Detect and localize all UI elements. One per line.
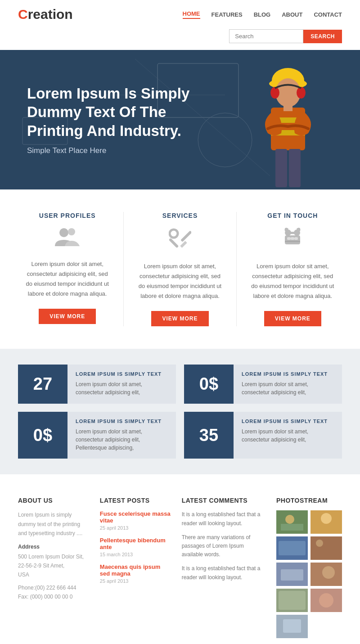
hero-heading: Lorem Ipsum Is Simply Dummy Text Of The … — [27, 84, 216, 140]
photo-thumb-4[interactable] — [310, 536, 342, 560]
nav-contact[interactable]: CONTACT — [314, 11, 342, 18]
stat-content-3: LOREM IPSUM IS SIMPLY TEXT Lorem ipsum d… — [234, 412, 342, 459]
footer-section: ABOUT US Lorem Ipsum is simply dummy tex… — [0, 474, 360, 644]
stat-content-2: LOREM IPSUM IS SIMPLY TEXT Lorem ipsum d… — [68, 412, 176, 459]
comment-2: It is a long established fact that a rea… — [182, 564, 265, 581]
stat-text-3: Lorem ipsum dolor sit amet, consectetur … — [242, 428, 334, 444]
footer-photostream: PHOTOSTREAM — [276, 497, 342, 638]
footer-comments: LATEST COMMENTS It is a long established… — [182, 497, 265, 638]
stats-section: 27 LOREM IPSUM IS SIMPLY TEXT Lorem ipsu… — [0, 349, 360, 474]
svg-rect-37 — [310, 536, 342, 560]
svg-rect-40 — [281, 569, 303, 581]
svg-rect-20 — [180, 230, 191, 242]
footer-address: 500 Lorem Ipsum Dolor Sit, — [18, 552, 89, 561]
comment-0: It is a long established fact that a rea… — [182, 510, 265, 527]
feature-title-1: SERVICES — [137, 212, 222, 219]
logo-text: reation — [28, 7, 73, 22]
feature-text-2: Lorem ipsum dolor sit amet, consectetur … — [250, 261, 335, 301]
svg-point-38 — [316, 540, 323, 547]
search-input[interactable] — [229, 29, 303, 43]
svg-rect-26 — [287, 237, 291, 240]
photo-thumb-7[interactable] — [276, 589, 308, 612]
feature-text-1: Lorem ipsum dolor sit amet, consectetur … — [137, 261, 222, 301]
svg-point-42 — [322, 566, 335, 579]
svg-rect-32 — [281, 524, 303, 531]
svg-rect-36 — [279, 541, 306, 555]
photo-thumb-9[interactable] — [276, 615, 308, 638]
photo-thumb-1[interactable] — [276, 510, 308, 534]
hero-subtext: Simple Text Place Here — [27, 146, 216, 155]
feature-btn-1[interactable]: VIEW MORE — [151, 311, 208, 326]
search-button[interactable]: SEARCH — [303, 30, 342, 43]
logo-c: C — [18, 7, 28, 22]
post-date-0: 25 april 2013 — [100, 525, 171, 531]
photo-thumb-2[interactable] — [310, 510, 342, 534]
svg-rect-27 — [291, 237, 294, 240]
svg-rect-18 — [169, 238, 179, 248]
comment-1: There are many variations of passages of… — [182, 533, 265, 559]
footer-about-title: ABOUT US — [18, 497, 89, 504]
footer-posts-title: LATEST POSTS — [100, 497, 171, 504]
svg-point-8 — [270, 87, 279, 99]
nav-about[interactable]: ABOUT — [282, 11, 302, 18]
post-link-0[interactable]: Fusce scelerisque massa vitae — [100, 510, 171, 524]
footer-about-text: Lorem Ipsum is simply dummy text of the … — [18, 510, 89, 538]
photo-thumb-3[interactable] — [276, 536, 308, 560]
feature-icon-phone — [250, 227, 335, 255]
feature-icon-users — [25, 227, 110, 252]
svg-point-34 — [321, 513, 332, 524]
post-date-1: 15 march 2013 — [100, 552, 171, 557]
photo-thumb-6[interactable] — [310, 563, 342, 586]
post-date-2: 25 april 2013 — [100, 578, 171, 584]
footer-fax: Fax: (000) 000 00 00 0 — [18, 592, 89, 601]
svg-point-46 — [319, 593, 333, 608]
feature-btn-0[interactable]: VIEW MORE — [39, 309, 96, 324]
hero-content: Lorem Ipsum Is Simply Dummy Text Of The … — [27, 84, 216, 155]
feature-title-2: GET IN TOUCH — [250, 212, 335, 219]
stat-number-1: 0$ — [184, 365, 234, 404]
stat-content-0: LOREM IPSUM IS SIMPLY TEXT Lorem ipsum d… — [68, 365, 176, 404]
footer-country: USA — [18, 570, 89, 579]
hero-section: Lorem Ipsum Is Simply Dummy Text Of The … — [0, 50, 360, 189]
svg-rect-48 — [283, 619, 301, 633]
feature-btn-2[interactable]: VIEW MORE — [264, 311, 321, 326]
stat-text-1: Lorem ipsum dolor sit amet, consectetur … — [242, 380, 334, 396]
svg-point-9 — [297, 87, 306, 99]
svg-rect-14 — [289, 149, 301, 187]
feature-col-0: USER PROFILES Lorem ipsum dolor sit amet… — [18, 212, 117, 326]
stat-card-1: 0$ LOREM IPSUM IS SIMPLY TEXT Lorem ipsu… — [184, 365, 342, 404]
logo[interactable]: Creation — [18, 7, 73, 22]
post-link-2[interactable]: Maecenas quis ipsum sed magna — [100, 563, 171, 577]
stat-content-1: LOREM IPSUM IS SIMPLY TEXT Lorem ipsum d… — [234, 365, 342, 404]
svg-rect-15 — [284, 106, 292, 111]
nav-home[interactable]: HOME — [183, 10, 200, 19]
feature-icon-tools — [137, 227, 222, 255]
stat-number-0: 27 — [18, 365, 68, 404]
stat-card-3: 35 LOREM IPSUM IS SIMPLY TEXT Lorem ipsu… — [184, 412, 342, 459]
post-link-1[interactable]: Pellentesque bibendum ante — [100, 537, 171, 550]
stat-card-0: 27 LOREM IPSUM IS SIMPLY TEXT Lorem ipsu… — [18, 365, 176, 404]
svg-rect-13 — [275, 149, 287, 187]
photo-thumb-5[interactable] — [276, 563, 308, 586]
svg-rect-29 — [285, 241, 300, 242]
feature-col-1: SERVICES Lorem ipsum dolor sit amet, con… — [130, 212, 229, 326]
svg-point-17 — [68, 228, 75, 235]
footer-address-label: Address — [18, 544, 89, 550]
features-section: USER PROFILES Lorem ipsum dolor sit amet… — [0, 189, 360, 349]
nav-features[interactable]: FEATURES — [212, 11, 243, 18]
nav-blog[interactable]: BLOG — [254, 11, 271, 18]
photo-thumb-8[interactable] — [310, 589, 342, 612]
footer-posts: LATEST POSTS Fusce scelerisque massa vit… — [100, 497, 171, 638]
stat-title-3: LOREM IPSUM IS SIMPLY TEXT — [242, 419, 334, 424]
stat-title-0: LOREM IPSUM IS SIMPLY TEXT — [76, 371, 168, 377]
stat-title-1: LOREM IPSUM IS SIMPLY TEXT — [242, 371, 334, 377]
svg-rect-25 — [288, 232, 297, 234]
photo-grid — [276, 510, 342, 638]
footer-about: ABOUT US Lorem Ipsum is simply dummy tex… — [18, 497, 89, 638]
footer-address2: 22-56-2-9 Sit Amet, — [18, 561, 89, 570]
svg-rect-21 — [180, 241, 187, 248]
search-area: SEARCH — [229, 29, 342, 43]
feature-title-0: USER PROFILES — [25, 212, 110, 219]
feature-col-2: GET IN TOUCH Lorem ipsum dolor sit amet,… — [243, 212, 342, 326]
feature-text-0: Lorem ipsum dolor sit amet, consectetur … — [25, 259, 110, 299]
